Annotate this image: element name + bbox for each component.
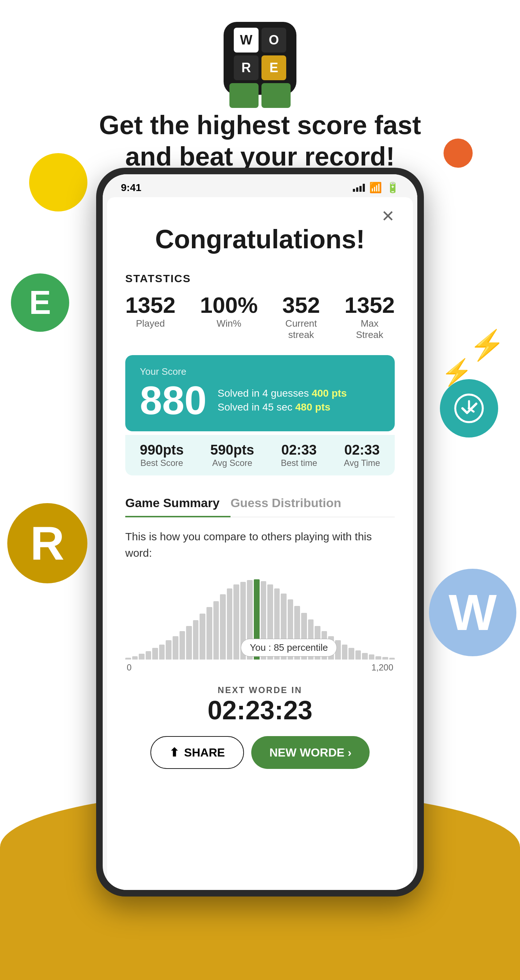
chart-bar [206, 607, 212, 660]
chart-bar [132, 656, 138, 660]
statistics-grid: 1352 Played 100% Win% 352 Currentstreak … [125, 292, 395, 340]
status-time: 9:41 [121, 182, 141, 194]
stat-max: 1352 MaxStreak [344, 292, 395, 340]
logo-letter-e: E [262, 56, 286, 80]
stat-played-label: Played [125, 318, 176, 329]
close-button[interactable]: ✕ [381, 208, 395, 224]
logo-row2: R E [230, 56, 290, 80]
chart-bar [186, 626, 192, 660]
teal-clock-circle [440, 379, 498, 438]
headline: Get the highest score fast and beat your… [96, 110, 424, 172]
sub-stat-avg-score-label: Avg Score [211, 458, 254, 468]
chart-bar [369, 654, 375, 660]
chart-bar [179, 631, 185, 660]
tabs-row: Game Summary Guess Distribution [125, 490, 395, 517]
clock-icon [453, 392, 485, 425]
chart-axis-end: 1,200 [371, 662, 393, 673]
chart-bar [376, 656, 381, 660]
share-button[interactable]: ⬆ SHARE [151, 736, 244, 769]
stat-win: 100% Win% [200, 292, 258, 340]
wifi-icon: 📶 [369, 181, 382, 194]
chart-bar [349, 648, 354, 660]
statistics-label: STATSTICS [125, 272, 395, 285]
chart-axis: 0 1,200 [125, 662, 395, 673]
chart-bar [220, 594, 226, 660]
sub-stat-avg-time-label: Avg Time [344, 458, 380, 468]
score-card: Your Score 880 Solved in 4 guesses 400 p… [125, 355, 395, 431]
chart-bar [362, 653, 368, 660]
chart-bar [139, 654, 144, 660]
stat-max-value: 1352 [344, 292, 395, 318]
chart-bar [389, 658, 395, 660]
status-bar: 9:41 📶 🔋 [103, 174, 417, 197]
stat-played-value: 1352 [125, 292, 176, 318]
sub-stat-best-score-value: 990pts [140, 442, 184, 458]
logo-row1: W O [230, 28, 290, 52]
stat-win-value: 100% [200, 292, 258, 318]
logo-square-1 [230, 83, 258, 108]
new-worde-label: NEW WORDE › [270, 746, 352, 759]
sub-stat-best-score-label: Best Score [140, 458, 184, 468]
logo-letter-r: R [234, 56, 258, 80]
app-content: ✕ Congratulations! STATSTICS 1352 Played… [107, 197, 413, 890]
new-worde-button[interactable]: NEW WORDE › [251, 736, 370, 769]
score-number: 880 [140, 380, 207, 420]
logo-row3 [230, 83, 290, 108]
chart-bar [213, 601, 219, 660]
sub-stat-avg-time-value: 02:33 [344, 442, 380, 458]
stat-win-label: Win% [200, 318, 258, 329]
chart-bar [382, 657, 388, 660]
top-section: W O R E Get the highest score fast and b… [0, 0, 520, 194]
sub-stat-avg-time: 02:33 Avg Time [344, 442, 380, 468]
phone-mockup: 9:41 📶 🔋 ✕ Congratulations! [96, 168, 424, 897]
score-main-row: 880 Solved in 4 guesses 400 pts Solved i… [140, 380, 380, 420]
share-label: SHARE [184, 746, 225, 759]
chart-bar [152, 648, 158, 660]
next-worde-timer: 02:23:23 [125, 695, 395, 725]
tab-game-summary[interactable]: Game Summary [125, 490, 230, 517]
share-icon: ⬆ [169, 746, 179, 759]
sub-stat-best-score: 990pts Best Score [140, 442, 184, 468]
chart-bar [125, 658, 131, 660]
phone-outer: 9:41 📶 🔋 ✕ Congratulations! [96, 168, 424, 897]
chart-container: 0 1,200 You : 85 percentile [125, 572, 395, 674]
sub-stat-best-time-label: Best time [281, 458, 317, 468]
chart-bar [193, 620, 199, 660]
logo-square-2 [262, 83, 290, 108]
score-detail-1: Solved in 4 guesses 400 pts [218, 388, 347, 399]
chart-bar [227, 589, 233, 660]
score-label: Your Score [140, 366, 380, 377]
logo-letter-o: O [262, 28, 286, 52]
score-details: Solved in 4 guesses 400 pts Solved in 45… [218, 388, 347, 413]
next-worde-section: NEXT WORDE IN 02:23:23 [125, 685, 395, 725]
chart-bar [159, 644, 165, 660]
score-pts-1: 400 pts [312, 388, 347, 399]
chart-bar [233, 584, 239, 660]
sub-stat-best-time-value: 02:33 [281, 442, 317, 458]
blue-w-circle: W [429, 569, 516, 656]
stat-streak-label: Currentstreak [282, 318, 320, 340]
green-e-circle: E [11, 274, 69, 332]
chart-bar [166, 640, 171, 660]
status-right: 📶 🔋 [353, 181, 399, 194]
signal-icon [353, 184, 365, 192]
sub-stat-avg-score-value: 590pts [211, 442, 254, 458]
chart-bar [355, 651, 361, 660]
summary-text: This is how you compare to others playin… [125, 528, 395, 561]
lightning-left-icon: ⚡ [441, 357, 472, 387]
score-pts-2: 480 pts [295, 401, 331, 413]
percentile-badge: You : 85 percentile [241, 639, 337, 657]
chart-bar [146, 651, 152, 660]
stat-played: 1352 Played [125, 292, 176, 340]
stat-max-label: MaxStreak [344, 318, 395, 340]
score-detail-2: Solved in 45 sec 480 pts [218, 401, 347, 413]
battery-icon: 🔋 [386, 181, 399, 194]
action-buttons: ⬆ SHARE NEW WORDE › [125, 736, 395, 769]
logo-letter-w: W [234, 28, 258, 52]
sub-stat-avg-score: 590pts Avg Score [211, 442, 254, 468]
chart-bar [200, 614, 205, 660]
tab-guess-distribution[interactable]: Guess Distribution [230, 490, 352, 517]
chart-axis-start: 0 [127, 662, 132, 673]
lightning-right-icon: ⚡ [469, 328, 506, 363]
chart-bar [342, 644, 348, 660]
